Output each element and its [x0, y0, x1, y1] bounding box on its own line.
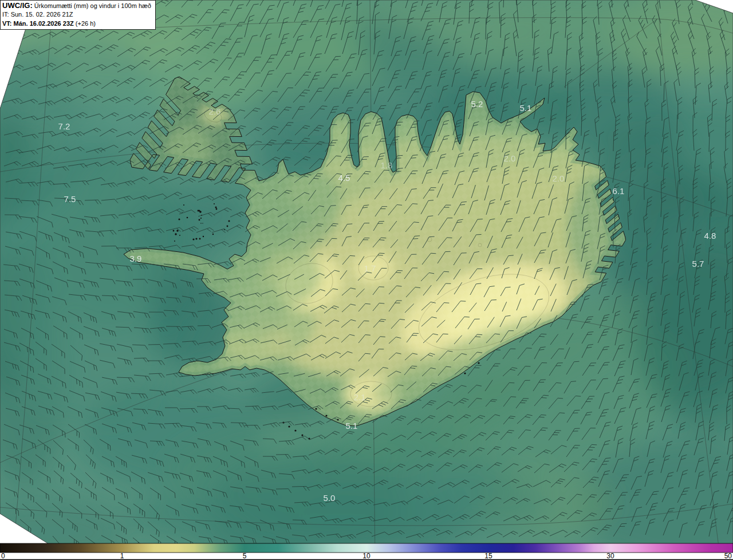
svg-text:4.8: 4.8 [704, 231, 716, 240]
svg-text:50: 50 [724, 552, 732, 560]
svg-text:1.8: 1.8 [381, 160, 393, 170]
svg-text:5.1: 5.1 [346, 421, 358, 431]
svg-text:30: 30 [606, 552, 614, 560]
svg-text:10: 10 [362, 552, 371, 560]
svg-text:1.7: 1.7 [364, 263, 376, 273]
svg-text:7.2: 7.2 [58, 121, 70, 131]
svg-text:5: 5 [243, 552, 247, 560]
svg-text:2.1: 2.1 [354, 392, 366, 402]
svg-text:2.0: 2.0 [553, 173, 565, 183]
svg-text:4.5: 4.5 [338, 173, 350, 183]
svg-text:5.1: 5.1 [520, 103, 532, 113]
svg-text:7.5: 7.5 [64, 194, 76, 204]
svg-text:3.9: 3.9 [130, 254, 142, 263]
svg-text:2.6: 2.6 [209, 107, 221, 116]
svg-text:0: 0 [1, 552, 5, 560]
svg-text:5.2: 5.2 [471, 99, 483, 109]
svg-text:1: 1 [120, 552, 124, 560]
svg-text:5.0: 5.0 [324, 493, 336, 503]
svg-text:5.7: 5.7 [692, 259, 704, 269]
svg-text:2.0: 2.0 [504, 153, 516, 163]
svg-text:6.1: 6.1 [613, 186, 625, 196]
svg-text:15: 15 [484, 552, 492, 560]
